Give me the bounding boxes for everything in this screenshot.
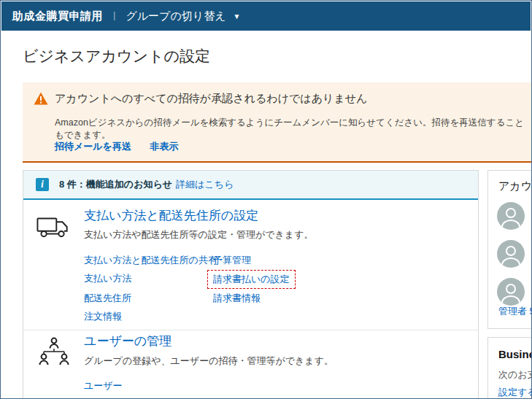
topbar-separator: |	[113, 9, 115, 20]
admin-avatar	[497, 278, 525, 306]
link-payment-methods[interactable]: 支払い方法	[84, 272, 131, 285]
admin-avatar	[497, 202, 525, 230]
prime-card-text: 次のお支	[498, 368, 532, 381]
invitation-warning-banner: アカウントへのすべての招待が承認されるわけではありません Amazonビジネスか…	[23, 82, 531, 163]
business-prime-card: Business 次のお支 設定する	[487, 337, 532, 399]
link-invoice-payment-settings[interactable]: 請求書払いの設定	[207, 270, 296, 289]
truck-icon	[36, 214, 70, 239]
link-invoice-info[interactable]: 請求書情報	[213, 292, 261, 305]
resend-invitation-link[interactable]: 招待メールを再送	[55, 141, 131, 152]
warning-icon	[34, 92, 48, 105]
account-admins-card: アカウン 管理者 54	[487, 170, 532, 329]
announcement-bar: i 8 件：機能追加のお知らせ 詳細はこちら	[23, 171, 478, 200]
link-users[interactable]: ユーザー	[84, 379, 123, 392]
banner-description: Amazonビジネスからの招待メールを検索するようにチームメンバーに知らせてくだ…	[55, 117, 531, 142]
users-section-title[interactable]: ユーザーの管理	[84, 333, 171, 349]
admins-card-title: アカウン	[498, 179, 532, 193]
payment-section-description: 支払い方法や配送先住所等の設定・管理ができます。	[84, 228, 313, 241]
settings-card: i 8 件：機能追加のお知らせ 詳細はこちら 支払い方法と配送先住所の設定 支払…	[23, 170, 479, 399]
link-order-info[interactable]: 注文情報	[84, 310, 122, 323]
link-budget-management[interactable]: 予算管理	[213, 254, 251, 267]
banner-actions: 招待メールを再送 非表示	[55, 140, 195, 153]
link-shipping-addresses[interactable]: 配送先住所	[84, 292, 131, 305]
announcement-details-link[interactable]: 詳細はこちら	[176, 178, 234, 191]
current-group-name: 助成金購買申請用	[12, 9, 103, 23]
payment-section-title[interactable]: 支払い方法と配送先住所の設定	[84, 207, 258, 224]
prime-card-title: Business	[498, 348, 532, 360]
info-icon: i	[36, 178, 49, 191]
announcement-count: 8 件：機能追加のお知らせ	[59, 178, 172, 191]
link-payment-shipping-sharing[interactable]: 支払い方法と配送先住所の共有	[84, 254, 217, 267]
section-divider	[23, 330, 478, 330]
business-account-settings-page: { "topbar": { "group_name": "助成金購買申請用", …	[0, 0, 532, 399]
users-org-icon	[36, 337, 72, 366]
group-switcher[interactable]: グループの切り替え ▼	[126, 9, 240, 23]
prime-setup-link[interactable]: 設定する	[498, 386, 532, 399]
users-section-description: グループの登録や、ユーザーの招待・管理等ができます。	[84, 355, 334, 368]
admin-avatar	[497, 240, 525, 268]
view-all-admins-link[interactable]: 管理者 54	[498, 305, 532, 318]
banner-title: アカウントへのすべての招待が承認されるわけではありません	[55, 92, 367, 106]
chevron-down-icon: ▼	[234, 12, 241, 20]
page-title: ビジネスアカウントの設定	[23, 46, 210, 66]
group-switcher-label: グループの切り替え	[126, 9, 225, 23]
top-nav-bar: 助成金購買申請用 | グループの切り替え ▼	[1, 1, 531, 31]
hide-banner-link[interactable]: 非表示	[150, 141, 179, 152]
